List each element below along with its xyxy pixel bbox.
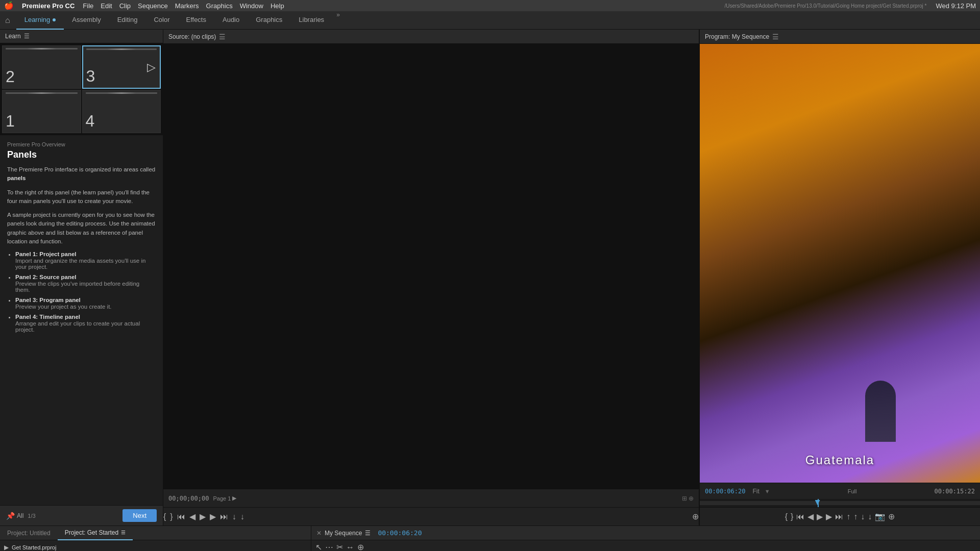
clock: Wed 9:12 PM — [936, 2, 976, 10]
fit-arrow[interactable]: ▼ — [765, 488, 770, 494]
src-step-fwd[interactable]: ▶ — [210, 512, 216, 521]
program-menu-icon[interactable]: ☰ — [772, 33, 779, 41]
timeline-close-icon[interactable]: ✕ — [316, 530, 322, 537]
project-folder-icon[interactable]: ▶ — [4, 544, 9, 551]
prog-mark-out[interactable]: } — [791, 512, 793, 521]
prog-insert[interactable]: ↓ — [861, 512, 865, 521]
tab-graphics[interactable]: Graphics — [248, 11, 290, 30]
tl-tool-razor[interactable]: ✂ — [336, 542, 343, 551]
prog-go-out[interactable]: ⏭ — [835, 512, 843, 521]
panel-item-2: Panel 2: Source panel Preview the clips … — [15, 274, 156, 293]
path-display: /Users/Shared/Adobe/Premiere Pro/13.0/Tu… — [722, 3, 930, 9]
tab-color[interactable]: Color — [145, 11, 178, 30]
thumb-1[interactable]: 1 — [2, 90, 81, 133]
tab-project-started[interactable]: Project: Get Started ☰ — [58, 526, 133, 540]
src-play[interactable]: ▶ — [200, 512, 206, 521]
project-tabs: Project: Untitled Project: Get Started ☰ — [0, 526, 311, 540]
source-panel-header: Source: (no clips) ☰ — [163, 30, 699, 44]
page-arrow[interactable]: ▶ — [232, 495, 236, 502]
main-area: Learn ☰ 2 3 ▷ 1 4 Premiere Pro Overv — [0, 30, 980, 525]
workspace-tabs: Learning Assembly Editing Color Effects … — [16, 11, 340, 30]
prog-camera[interactable]: 📷 — [875, 512, 885, 521]
tl-add-track[interactable]: ⊕ — [357, 542, 364, 551]
quality-label: Full — [848, 488, 857, 494]
src-add-btn[interactable]: ⊕ — [692, 512, 699, 521]
page-indicator: Page 1 ▶ — [213, 495, 236, 502]
prog-go-in[interactable]: ⏮ — [796, 512, 804, 521]
project-menu-icon[interactable]: ☰ — [121, 530, 126, 535]
project-content: ▶ Get Started.prproj 🔍 ⊞ 6 Items 4:12 Cl… — [0, 540, 311, 551]
home-icon[interactable]: ⌂ — [5, 16, 10, 25]
src-go-out[interactable]: ⏭ — [220, 512, 228, 521]
prog-step-fwd[interactable]: ▶ — [826, 512, 832, 521]
src-mark-in[interactable]: { — [163, 512, 166, 521]
tl-tool-select[interactable]: ↖ — [315, 542, 322, 551]
tab-audio[interactable]: Audio — [214, 11, 248, 30]
tab-project-untitled[interactable]: Project: Untitled — [0, 526, 58, 540]
timeline-sequence-title: My Sequence — [325, 530, 362, 537]
prog-lift[interactable]: ↑ — [846, 512, 850, 521]
learn-menu-icon[interactable]: ☰ — [24, 33, 30, 40]
menu-window[interactable]: Window — [240, 2, 263, 10]
timeline-panel: ✕ My Sequence ☰ 00:00:06:20 ↖ ⋯ ✂ ↔ ⊕ 🔒 … — [311, 526, 980, 551]
all-label: All — [17, 512, 23, 519]
tl-tool-ripple[interactable]: ⋯ — [325, 542, 333, 551]
menu-clip[interactable]: Clip — [119, 2, 131, 10]
prog-play[interactable]: ▶ — [817, 512, 823, 521]
learn-body-2: To the right of this panel (the learn pa… — [7, 188, 156, 206]
tab-editing[interactable]: Editing — [109, 11, 146, 30]
src-insert[interactable]: ↓ — [232, 512, 236, 521]
tab-learning[interactable]: Learning — [16, 11, 64, 30]
timeline-timecode: 00:00:06:20 — [378, 529, 422, 537]
src-overwrite[interactable]: ↓ — [240, 512, 244, 521]
learn-content: Premiere Pro Overview Panels The Premier… — [0, 135, 163, 505]
program-panel: Program: My Sequence ☰ Guatemala 00:00:0… — [699, 30, 980, 525]
prog-extract[interactable]: ↑ — [853, 512, 857, 521]
src-mark-out[interactable]: } — [170, 512, 173, 521]
project-toolbar: ▶ Get Started.prproj — [0, 540, 311, 551]
prog-step-back[interactable]: ◀ — [807, 512, 814, 521]
thumb-3[interactable]: 3 ▷ — [82, 45, 161, 89]
program-timecode-bar: 00:00:06:20 Fit ▼ Full 00:00:15:22 — [700, 483, 980, 499]
project-folder-name: Get Started.prproj — [12, 544, 56, 550]
menu-graphics[interactable]: Graphics — [206, 2, 233, 10]
bottom-area: Project: Untitled Project: Get Started ☰… — [0, 525, 980, 551]
thumb-2[interactable]: 2 — [2, 45, 81, 89]
learn-section-title: Premiere Pro Overview — [7, 141, 156, 147]
menu-help[interactable]: Help — [271, 2, 284, 10]
src-step-back[interactable]: ◀ — [189, 512, 195, 521]
program-title: Program: My Sequence — [705, 33, 769, 40]
timeline-menu-icon[interactable]: ☰ — [365, 530, 371, 537]
thumb-4[interactable]: 4 — [82, 90, 161, 133]
tl-tool-slip[interactable]: ↔ — [346, 543, 354, 552]
panel-list: Panel 1: Project panel Import and organi… — [7, 251, 156, 333]
learn-title: Panels — [7, 149, 156, 160]
video-figure — [865, 381, 896, 442]
timeline-panel-header: ✕ My Sequence ☰ 00:00:06:20 — [311, 526, 980, 540]
prog-overwrite[interactable]: ↓ — [868, 512, 872, 521]
more-tabs-icon[interactable]: » — [336, 11, 340, 30]
next-button[interactable]: Next — [122, 509, 157, 522]
menu-items: File Edit Clip Sequence Markers Graphics… — [83, 2, 284, 10]
menu-bar: 🍎 Premiere Pro CC File Edit Clip Sequenc… — [0, 0, 980, 11]
prog-mark-in[interactable]: { — [785, 512, 788, 521]
menu-file[interactable]: File — [83, 2, 93, 10]
prog-add-btn[interactable]: ⊕ — [888, 512, 895, 521]
tab-libraries[interactable]: Libraries — [290, 11, 332, 30]
src-go-in[interactable]: ⏮ — [177, 512, 185, 521]
project-panel: Project: Untitled Project: Get Started ☰… — [0, 526, 311, 551]
thumb-play-icon: ▷ — [147, 61, 156, 74]
panel-item-4: Panel 4: Timeline panel Arrange and edit… — [15, 314, 156, 333]
menu-sequence[interactable]: Sequence — [138, 2, 168, 10]
panel-item-3: Panel 3: Program panel Preview your proj… — [15, 297, 156, 310]
source-menu-icon[interactable]: ☰ — [219, 33, 226, 41]
menu-markers[interactable]: Markers — [175, 2, 199, 10]
menu-edit[interactable]: Edit — [101, 2, 112, 10]
apple-menu[interactable]: 🍎 — [4, 1, 14, 10]
tab-effects[interactable]: Effects — [178, 11, 214, 30]
all-button[interactable]: 📌 All — [6, 512, 23, 520]
page-indicator: 1/3 — [28, 513, 35, 519]
tab-assembly[interactable]: Assembly — [64, 11, 109, 30]
program-scrub[interactable] — [700, 499, 980, 507]
program-panel-header: Program: My Sequence ☰ — [700, 30, 980, 44]
